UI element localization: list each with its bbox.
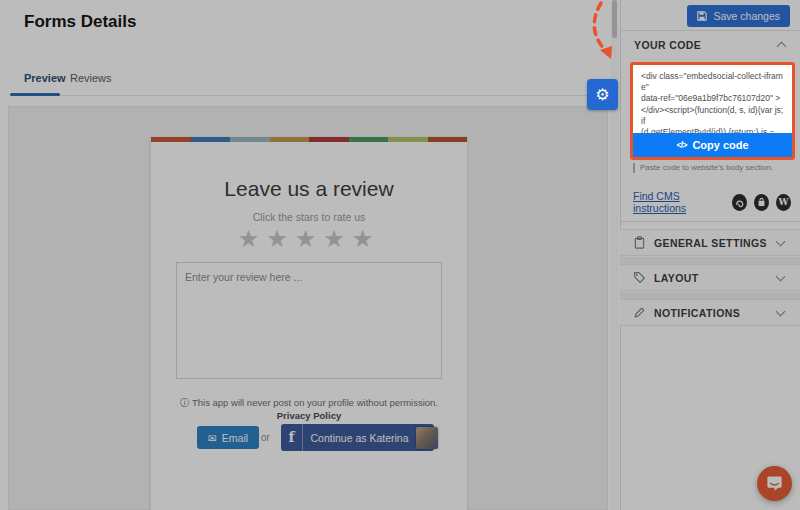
copy-code-label: Copy code [692, 139, 748, 151]
gear-icon: ⚙ [595, 85, 609, 104]
gear-button[interactable]: ⚙ [587, 79, 618, 110]
embed-code-block: <div class="embedsocial-collect-iframe" … [630, 62, 795, 160]
copy-code-button[interactable]: </> Copy code [633, 133, 792, 157]
code-line: data-ref="06e9a1b9f7bc76107d20" > [641, 93, 784, 104]
code-line: <div class="embedsocial-collect-iframe" [641, 71, 784, 93]
embed-code-text[interactable]: <div class="embedsocial-collect-iframe" … [633, 65, 792, 133]
code-icon: </> [676, 140, 686, 150]
code-line: (d.getElementById(id)) {return;} js = [641, 127, 784, 133]
forms-details-page: Forms Details Preview Reviews Leave us a… [0, 0, 800, 510]
code-line: </div><script>(function(d, s, id){var js… [641, 105, 784, 127]
tour-arrow [584, 0, 624, 64]
